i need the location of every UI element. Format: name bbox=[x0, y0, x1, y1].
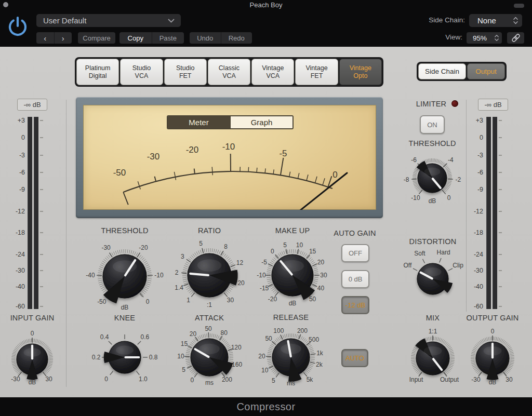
svg-text:0.8: 0.8 bbox=[149, 354, 158, 361]
svg-text:100: 100 bbox=[273, 327, 284, 334]
tab-meter[interactable]: Meter bbox=[168, 116, 230, 128]
svg-text:30: 30 bbox=[45, 375, 52, 383]
paste-button[interactable]: Paste bbox=[152, 32, 184, 44]
svg-text:40: 40 bbox=[317, 285, 325, 292]
knob-knee[interactable]: 00.20.40.60.81.0KNEE bbox=[83, 315, 167, 399]
svg-text:-10: -10 bbox=[257, 272, 266, 279]
input-meter-tick bbox=[40, 155, 43, 156]
power-button-icon[interactable] bbox=[6, 14, 29, 37]
undo-button[interactable]: Undo bbox=[190, 32, 221, 44]
tab-studio-vca[interactable]: StudioVCA bbox=[120, 59, 163, 85]
svg-text:-10: -10 bbox=[411, 194, 420, 202]
knob-output-gain[interactable]: 0-3030dBOUTPUT GAIN bbox=[452, 318, 532, 399]
knob-input-gain[interactable]: 0-3030dBINPUT GAIN bbox=[0, 320, 72, 399]
output-view-button[interactable]: Output bbox=[467, 63, 505, 79]
svg-text:0: 0 bbox=[104, 375, 108, 383]
svg-text:10: 10 bbox=[261, 367, 269, 374]
svg-text:dB: dB bbox=[489, 379, 497, 386]
knob-distortion[interactable]: OffSoftHardClipDISTORTION bbox=[391, 237, 475, 321]
svg-text:0: 0 bbox=[332, 170, 337, 180]
output-meter-tick bbox=[499, 270, 502, 271]
svg-text:5: 5 bbox=[199, 240, 203, 247]
input-meter-scale-label: -6 bbox=[2, 169, 25, 176]
limiter-on-button[interactable]: ON bbox=[420, 115, 445, 134]
svg-text:1:1: 1:1 bbox=[429, 328, 437, 335]
auto-gain-off-button[interactable]: OFF bbox=[341, 244, 369, 262]
svg-text:-15: -15 bbox=[260, 285, 269, 292]
stepper-icon bbox=[513, 17, 518, 24]
svg-text:ms: ms bbox=[287, 380, 295, 387]
svg-text:0: 0 bbox=[31, 330, 34, 337]
output-meter-tick bbox=[499, 172, 502, 173]
input-meter-tick bbox=[40, 189, 43, 190]
tab-classic-vca[interactable]: ClassicVCA bbox=[208, 59, 250, 85]
tab-studio-fet[interactable]: StudioFET bbox=[164, 59, 207, 85]
svg-text:50: 50 bbox=[265, 335, 272, 342]
compressor-plugin-window: { "header": { "title": "Peach Boy", "pre… bbox=[0, 0, 532, 416]
auto-gain-minus12db-button[interactable]: -12 dB bbox=[341, 296, 369, 314]
knob-attack[interactable]: 051015205080120160200msATTACK bbox=[167, 315, 251, 399]
svg-text:-5: -5 bbox=[279, 149, 287, 158]
svg-text:Hard: Hard bbox=[437, 249, 450, 256]
input-meter-tick bbox=[40, 172, 43, 173]
side-chain-value: None bbox=[477, 16, 496, 25]
output-meter-bar-right bbox=[493, 117, 497, 309]
tab-vintage-opto[interactable]: VintageOpto bbox=[339, 59, 382, 85]
knob-limiter-threshold[interactable]: -10-8-6-4-20dBTHRESHOLD bbox=[393, 139, 472, 218]
svg-text:-30: -30 bbox=[147, 152, 160, 162]
svg-text:20: 20 bbox=[190, 330, 197, 338]
output-meter-tick bbox=[499, 254, 502, 255]
knob-release[interactable]: 51020501002005001k2k5kmsRELEASE bbox=[248, 315, 334, 400]
output-meter-tick bbox=[499, 232, 502, 233]
input-meter-scale-label: -30 bbox=[2, 267, 25, 274]
plugin-window-title: Peach Boy bbox=[0, 1, 532, 9]
redo-button[interactable]: Redo bbox=[221, 32, 252, 44]
chevron-down-icon bbox=[168, 19, 175, 23]
svg-text:10: 10 bbox=[296, 241, 303, 249]
tab-platinum-digital[interactable]: PlatinumDigital bbox=[76, 59, 119, 85]
auto-gain-0db-button[interactable]: 0 dB bbox=[341, 270, 369, 288]
input-level-readout: -∞ dB bbox=[17, 99, 47, 111]
copy-paste-group: Copy Paste bbox=[119, 32, 184, 44]
preset-dropdown[interactable]: User Default bbox=[36, 14, 181, 27]
output-meter-tick bbox=[499, 211, 502, 212]
input-meter-scale-label: 0 bbox=[2, 134, 25, 141]
knob-distortion-title: DISTORTION bbox=[391, 237, 475, 246]
tab-vintage-fet[interactable]: VintageFET bbox=[295, 59, 338, 85]
svg-text:-50: -50 bbox=[113, 168, 126, 178]
input-meter-tick bbox=[40, 306, 43, 307]
link-icon bbox=[511, 34, 521, 42]
knob-ratio[interactable]: 11.42358122030:1RATIO bbox=[163, 229, 256, 321]
auto-release-button[interactable]: AUTO bbox=[341, 349, 368, 367]
side-chain-view-button[interactable]: Side Chain bbox=[418, 63, 466, 79]
tab-vintage-vca[interactable]: VintageVCA bbox=[251, 59, 294, 85]
link-button[interactable] bbox=[507, 32, 524, 44]
svg-text:0.6: 0.6 bbox=[141, 333, 150, 341]
svg-text:-8: -8 bbox=[404, 176, 409, 183]
knob-release-title: RELEASE bbox=[248, 313, 334, 321]
svg-text:-50: -50 bbox=[97, 298, 107, 305]
input-meter-tick bbox=[40, 286, 43, 287]
svg-text:12: 12 bbox=[236, 259, 244, 266]
side-chain-dropdown[interactable]: None bbox=[469, 14, 522, 27]
svg-text:-30: -30 bbox=[11, 375, 20, 383]
input-meter-bar-right bbox=[34, 117, 38, 309]
copy-button[interactable]: Copy bbox=[119, 32, 152, 44]
svg-text:-2: -2 bbox=[456, 176, 461, 183]
next-preset-button[interactable]: › bbox=[54, 32, 72, 44]
view-zoom-stepper[interactable]: 95% bbox=[467, 32, 502, 44]
prev-preset-button[interactable]: ‹ bbox=[36, 32, 54, 44]
model-tabs: PlatinumDigitalStudioVCAStudioFETClassic… bbox=[75, 57, 383, 87]
svg-text:-4: -4 bbox=[448, 156, 454, 164]
output-meter-tick bbox=[499, 306, 502, 307]
svg-text::1: :1 bbox=[207, 301, 212, 308]
output-meter-bar-left bbox=[486, 117, 491, 309]
tab-graph[interactable]: Graph bbox=[230, 116, 292, 128]
plugin-name: Compressor bbox=[0, 397, 532, 416]
knob-threshold[interactable]: -50-40-30-20-100dBTHRESHOLD bbox=[77, 229, 172, 324]
input-meter-tick bbox=[40, 254, 43, 255]
knob-make-up[interactable]: -20-15-10-505101520304050dBMAKE UP bbox=[248, 231, 337, 320]
compare-button[interactable]: Compare bbox=[78, 32, 115, 44]
output-meter-scale-label: -18 bbox=[460, 229, 483, 236]
svg-text:1.0: 1.0 bbox=[139, 375, 148, 383]
